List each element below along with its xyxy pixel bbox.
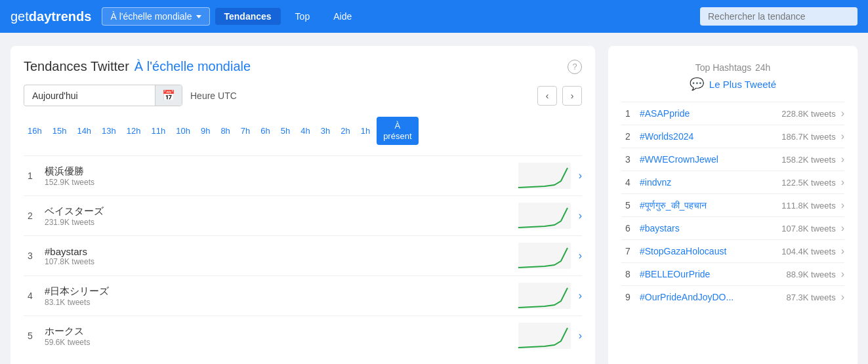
hashtag-arrow-icon[interactable]: ›	[841, 245, 844, 257]
hour-13[interactable]: 13h	[98, 123, 120, 138]
trend-name[interactable]: ベイスターズ	[45, 205, 510, 218]
trend-row: 3 #baystars 107.8K tweets ›	[24, 235, 582, 275]
nav-tendances[interactable]: Tendances	[215, 8, 281, 25]
trend-arrow-icon[interactable]: ›	[579, 210, 582, 222]
hashtag-count: 107.8K tweets	[781, 224, 835, 233]
trend-name[interactable]: #baystars	[45, 246, 510, 257]
brand-suffix: daytrends	[29, 9, 92, 24]
next-arrow[interactable]: ›	[562, 86, 582, 106]
trend-row: 5 ホークス 59.6K tweets ›	[24, 315, 582, 355]
hashtag-row: 4 #indvnz 122.5K tweets ›	[621, 171, 844, 193]
trend-count: 231.9K tweets	[45, 218, 510, 227]
hashtag-arrow-icon[interactable]: ›	[841, 268, 844, 280]
hashtag-count: 186.7K tweets	[781, 132, 835, 142]
trend-info: #日本シリーズ 83.1K tweets	[45, 285, 510, 307]
trend-name[interactable]: 横浜優勝	[45, 165, 510, 178]
hashtag-name[interactable]: #OurPrideAndJoyDO...	[640, 292, 781, 302]
calendar-icon[interactable]: 📅	[155, 85, 182, 106]
hashtag-number: 1	[621, 108, 634, 119]
right-panel: Top Hashtags 24h 💬 Le Plus Tweeté 1 #ASA…	[608, 46, 858, 364]
hashtag-name[interactable]: #indvnz	[640, 177, 776, 188]
trend-number: 3	[24, 251, 37, 261]
trend-row: 1 横浜優勝 152.9K tweets ›	[24, 155, 582, 195]
hashtag-number: 4	[621, 177, 634, 188]
hour-4[interactable]: 4h	[297, 123, 314, 138]
hour-6[interactable]: 6h	[257, 123, 274, 138]
trend-count: 152.9K tweets	[45, 178, 510, 187]
hashtag-row: 7 #StopGazaHolocaust 104.4K tweets ›	[621, 239, 844, 262]
hashtag-name[interactable]: #BELLEOurPride	[640, 269, 781, 279]
trend-number: 1	[24, 171, 37, 181]
hour-9[interactable]: 9h	[197, 123, 214, 138]
hashtag-name[interactable]: #WWECrownJewel	[640, 154, 776, 165]
hour-8[interactable]: 8h	[217, 123, 234, 138]
hashtag-name[interactable]: #baystars	[640, 223, 776, 233]
hashtag-arrow-icon[interactable]: ›	[841, 291, 844, 303]
trend-number: 4	[24, 291, 37, 301]
trend-info: ホークス 59.6K tweets	[45, 325, 510, 347]
hours-row: 16h 15h 14h 13h 12h 11h 10h 9h 8h 7h 6h …	[24, 117, 582, 145]
hour-7[interactable]: 7h	[237, 123, 254, 138]
nav-aide[interactable]: Aide	[324, 8, 361, 25]
trend-arrow-icon[interactable]: ›	[579, 170, 582, 182]
rp-duration: 24h	[755, 62, 770, 73]
left-panel: Tendances Twitter À l'échelle mondiale ?…	[10, 46, 595, 364]
hashtag-name[interactable]: #ASAPpride	[640, 108, 776, 119]
region-dropdown[interactable]: À l'échelle mondiale	[102, 7, 209, 26]
hashtag-count: 228.8K tweets	[781, 109, 835, 119]
panel-title-text: Tendances Twitter	[24, 59, 129, 74]
panel-title: Tendances Twitter À l'échelle mondiale ?	[24, 59, 582, 74]
trend-name[interactable]: #日本シリーズ	[45, 285, 510, 298]
hashtag-arrow-icon[interactable]: ›	[841, 108, 844, 119]
prev-arrow[interactable]: ‹	[537, 86, 557, 106]
apresent-button[interactable]: Àprésent	[377, 117, 418, 145]
rp-title-text: Top Hashtags	[695, 62, 752, 73]
trend-chart	[518, 163, 571, 189]
hour-5[interactable]: 5h	[277, 123, 294, 138]
date-row: 📅 Heure UTC ‹ ›	[24, 85, 582, 106]
hour-15[interactable]: 15h	[49, 123, 71, 138]
hour-14[interactable]: 14h	[73, 123, 95, 138]
main-container: Tendances Twitter À l'échelle mondiale ?…	[0, 33, 868, 364]
trend-chart	[518, 243, 571, 269]
date-input[interactable]	[24, 87, 155, 105]
hour-16[interactable]: 16h	[24, 123, 46, 138]
trend-chart	[518, 323, 571, 349]
help-icon[interactable]: ?	[568, 60, 582, 74]
date-input-wrapper: 📅	[24, 85, 182, 106]
search-input[interactable]	[700, 7, 858, 26]
hour-2[interactable]: 2h	[337, 123, 354, 138]
hashtag-number: 8	[621, 269, 634, 279]
trend-number: 2	[24, 211, 37, 221]
hashtag-arrow-icon[interactable]: ›	[841, 131, 844, 142]
trend-chart	[518, 203, 571, 229]
hour-11[interactable]: 11h	[148, 123, 170, 138]
dropdown-caret-icon	[196, 15, 201, 18]
navbar: getdaytrends À l'échelle mondiale Tendan…	[0, 0, 868, 33]
hashtag-count: 111.8K tweets	[781, 201, 835, 211]
nav-top[interactable]: Top	[286, 8, 320, 25]
hashtag-arrow-icon[interactable]: ›	[841, 199, 844, 211]
hashtag-arrow-icon[interactable]: ›	[841, 176, 844, 188]
trend-arrow-icon[interactable]: ›	[579, 290, 582, 302]
panel-title-link[interactable]: À l'échelle mondiale	[134, 59, 251, 74]
hashtag-arrow-icon[interactable]: ›	[841, 153, 844, 165]
trend-arrow-icon[interactable]: ›	[579, 250, 582, 262]
rp-subtitle: 💬 Le Plus Tweeté	[621, 77, 844, 91]
trend-name[interactable]: ホークス	[45, 325, 510, 338]
rp-subtitle-text: Le Plus Tweeté	[709, 79, 776, 90]
trend-number: 5	[24, 331, 37, 341]
hashtag-arrow-icon[interactable]: ›	[841, 222, 844, 234]
hashtag-number: 6	[621, 223, 634, 233]
trend-arrow-icon[interactable]: ›	[579, 330, 582, 342]
hashtag-name[interactable]: #Worlds2024	[640, 131, 776, 142]
hour-12[interactable]: 12h	[123, 123, 145, 138]
hashtag-row: 8 #BELLEOurPride 88.9K tweets ›	[621, 262, 844, 285]
trend-info: ベイスターズ 231.9K tweets	[45, 205, 510, 227]
hashtag-name[interactable]: #StopGazaHolocaust	[640, 246, 776, 256]
hour-10[interactable]: 10h	[172, 123, 194, 138]
hashtag-number: 3	[621, 154, 634, 165]
hour-3[interactable]: 3h	[317, 123, 334, 138]
hour-1[interactable]: 1h	[357, 123, 374, 138]
hashtag-name[interactable]: #पूर्णगुरु_की_पहचान	[640, 200, 776, 211]
